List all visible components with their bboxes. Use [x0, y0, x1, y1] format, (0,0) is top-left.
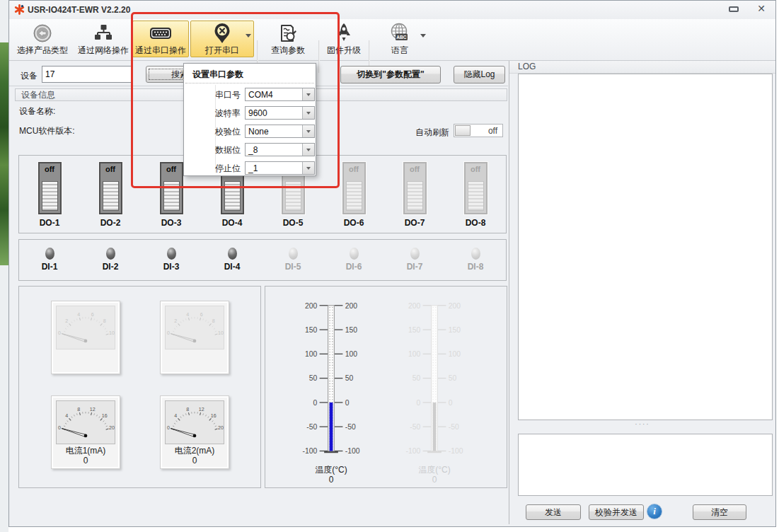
do-channel-label: DO-1	[35, 218, 64, 228]
di-channel-label: DI-2	[96, 262, 125, 272]
back-arrow-icon	[33, 21, 52, 45]
svg-text:12: 12	[90, 407, 96, 412]
hide-log-button[interactable]: 隐藏Log	[454, 66, 505, 83]
do-channel-label: DO-4	[217, 218, 247, 228]
di-channel-label: DI-4	[217, 262, 247, 272]
thermometer-reading: 0	[381, 475, 487, 485]
toggle-handle[interactable]	[455, 125, 471, 136]
svg-text:0: 0	[58, 330, 61, 336]
serial-popup-row: 数据位_8	[184, 143, 316, 156]
chevron-down-icon[interactable]	[246, 34, 251, 37]
thermometer-panel: 200200150150100100505000-50-50-100-100 温…	[265, 286, 507, 488]
do-switch-DO-8[interactable]: offDO-8	[461, 162, 490, 233]
log-panel-header: LOG	[509, 61, 775, 74]
do-channel-label: DO-6	[339, 218, 369, 228]
send-input-area[interactable]	[518, 434, 773, 496]
device-label: 设备	[21, 70, 37, 82]
svg-text:2: 2	[174, 318, 177, 324]
toggle-switch-body[interactable]: off	[403, 162, 427, 214]
led-icon	[228, 248, 237, 260]
toolbar-firmware-upgrade-button[interactable]: 固件升级	[321, 21, 367, 57]
toolbar-serial-operate-button[interactable]: 通过串口操作	[132, 21, 189, 57]
toolbar-query-params-button[interactable]: 查询参数	[261, 21, 315, 57]
switch-handle[interactable]	[468, 181, 484, 211]
close-button[interactable]: ✕	[757, 3, 766, 14]
switch-handle[interactable]	[407, 181, 423, 211]
switch-state-label: off	[344, 165, 364, 173]
svg-text:100: 100	[345, 350, 358, 358]
di-indicator-DI-4: DI-4	[217, 248, 247, 280]
minimize-button[interactable]	[729, 6, 739, 12]
di-channel-label: DI-8	[461, 262, 490, 272]
toolbar-select-product-button[interactable]: 选择产品类型	[12, 21, 73, 57]
serial-field-combobox[interactable]: COM4	[245, 88, 315, 101]
clear-button[interactable]: 清空	[693, 504, 746, 520]
toolbar-network-operate-button[interactable]: 通过网络操作	[74, 21, 132, 57]
toggle-switch-body[interactable]: off	[160, 162, 183, 214]
combobox-dropdown-button[interactable]	[302, 88, 314, 100]
serial-field-combobox[interactable]: _1	[245, 161, 315, 175]
svg-text:100: 100	[449, 350, 461, 358]
led-icon	[106, 248, 115, 260]
meter-label: 电流2(mA)	[161, 446, 229, 456]
combobox-value: _8	[248, 145, 258, 155]
combobox-dropdown-button[interactable]	[302, 162, 314, 174]
chevron-down-icon[interactable]	[420, 34, 426, 37]
do-switch-DO-7[interactable]: offDO-7	[400, 162, 429, 233]
device-input[interactable]	[42, 66, 132, 83]
popup-separator	[185, 83, 314, 83]
svg-text:50: 50	[309, 374, 318, 382]
switch-handle[interactable]	[42, 181, 58, 211]
toggle-switch-body[interactable]: off	[464, 162, 487, 214]
switch-button-label: 切换到"参数配置"	[357, 69, 424, 81]
switch-state-label: off	[40, 165, 60, 173]
di-indicator-DI-8: DI-8	[461, 248, 490, 280]
chevron-down-icon	[306, 167, 311, 170]
toggle-switch-body[interactable]: off	[38, 162, 62, 214]
do-switch-DO-6[interactable]: offDO-6	[339, 162, 369, 233]
serial-field-combobox[interactable]: 9600	[245, 106, 315, 120]
toggle-switch-body[interactable]: off	[342, 162, 366, 214]
current2-meter: 048121620 电流2(mA) 0	[160, 395, 229, 469]
switch-handle[interactable]	[163, 181, 180, 211]
svg-text:0: 0	[313, 399, 318, 407]
switch-handle[interactable]	[224, 181, 241, 211]
svg-text:4: 4	[77, 312, 80, 318]
switch-handle[interactable]	[346, 181, 362, 211]
svg-text:0: 0	[58, 425, 61, 431]
combobox-dropdown-button[interactable]	[302, 125, 314, 137]
svg-text:-50: -50	[306, 423, 317, 431]
meter-label: 电流1(mA)	[52, 446, 120, 456]
serial-field-combobox[interactable]: _8	[245, 143, 315, 156]
svg-text:150: 150	[449, 326, 461, 334]
switch-handle[interactable]	[285, 181, 301, 211]
toolbar-open-serial-button[interactable]: 打开串口	[190, 21, 254, 57]
do-switch-DO-2[interactable]: offDO-2	[96, 162, 125, 233]
auto-refresh-toggle[interactable]: off	[454, 124, 503, 137]
meter-reading: 0	[52, 456, 120, 466]
do-channel-label: DO-8	[461, 218, 490, 228]
switch-to-param-config-button[interactable]: 切换到"参数配置"	[340, 66, 441, 83]
toolbar-language-button[interactable]: ABC 语言	[371, 21, 428, 57]
serial-field-label: 停止位	[215, 163, 241, 175]
combobox-value: 9600	[248, 108, 267, 118]
info-icon[interactable]: i	[647, 504, 662, 519]
switch-handle[interactable]	[103, 181, 119, 211]
log-output-area[interactable]	[518, 74, 773, 420]
switch-state-label: off	[405, 165, 425, 173]
serial-popup-row: 校验位None	[184, 125, 316, 138]
combobox-dropdown-button[interactable]	[302, 144, 314, 156]
send-button[interactable]: 发送	[526, 504, 581, 520]
log-panel: LOG ···· 发送 校验并发送 i 清空	[509, 61, 775, 524]
do-switch-DO-3[interactable]: offDO-3	[156, 162, 186, 233]
combobox-dropdown-button[interactable]	[302, 107, 314, 119]
current1-meter: 048121620 电流1(mA) 0	[51, 395, 120, 469]
serial-popup-row: 串口号COM4	[184, 88, 316, 101]
thermometer-svg: 200200150150100100505000-50-50-100-100	[278, 299, 384, 463]
verify-and-send-button[interactable]: 校验并发送	[589, 504, 644, 520]
toggle-switch-body[interactable]: off	[99, 162, 122, 214]
serial-field-label: 数据位	[215, 144, 241, 156]
splitter-handle[interactable]: ····	[509, 421, 775, 429]
serial-field-combobox[interactable]: None	[245, 125, 315, 138]
do-switch-DO-1[interactable]: offDO-1	[35, 162, 64, 233]
